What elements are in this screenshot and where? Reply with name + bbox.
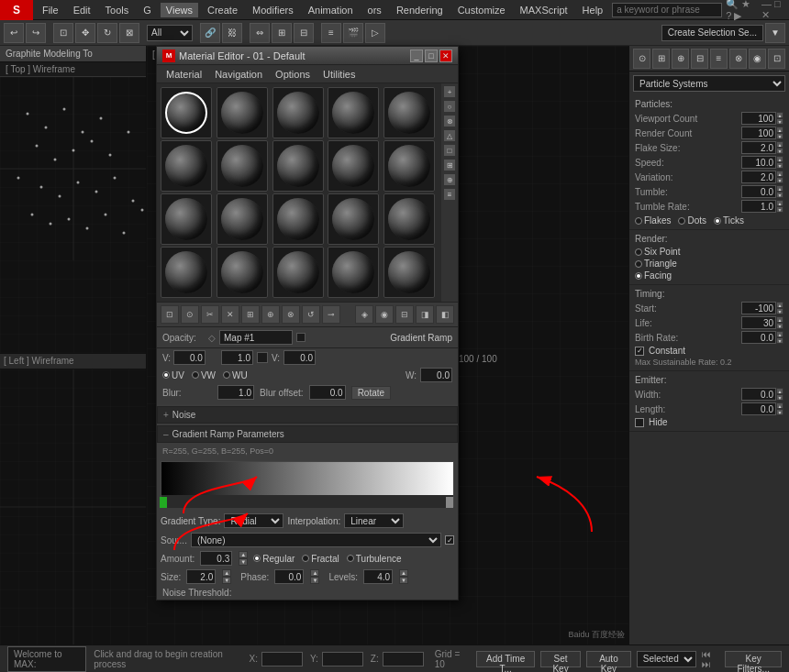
toolbar-redo[interactable]: ↪ [26,23,46,43]
render-count-up[interactable]: ▲ [776,127,783,133]
menu-rendering[interactable]: Rendering [391,3,449,17]
levels-input[interactable] [363,569,393,584]
mat-ball-7[interactable] [217,140,268,192]
v-input-1[interactable] [173,350,206,365]
life-up[interactable]: ▲ [776,316,783,323]
flake-size-input[interactable] [741,141,776,154]
levels-down[interactable]: ▼ [399,577,408,584]
right-tb-8[interactable]: ⊡ [768,49,785,69]
toolbar-mirror[interactable]: ⇔ [250,23,270,43]
right-tb-1[interactable]: ⊙ [633,49,650,69]
set-key-button[interactable]: Set Key [540,651,581,667]
toolbar-link[interactable]: 🔗 [200,23,220,43]
mat-tb-btn-6[interactable]: ⊕ [261,305,280,324]
mat-side-btn-5[interactable]: □ [443,144,456,157]
mat-side-btn-6[interactable]: ⊞ [443,159,456,171]
mat-ball-20[interactable] [383,247,435,298]
toolbar-render[interactable]: ▷ [365,23,385,43]
radio-wu[interactable]: WU [223,370,248,380]
menu-tools[interactable]: Tools [100,3,135,17]
right-tb-2[interactable]: ⊞ [652,49,670,69]
radio-flakes[interactable]: Flakes [635,215,671,226]
mat-tb-btn-14[interactable]: ◧ [436,305,454,324]
radio-uv[interactable]: UV [162,370,184,380]
mat-ball-8[interactable] [272,140,324,192]
rotate-button[interactable]: Rotate [351,386,391,400]
mat-ball-4[interactable] [328,87,379,138]
mat-ball-18[interactable] [272,247,324,298]
mat-tb-btn-12[interactable]: ⊟ [395,305,414,324]
mat-tb-btn-5[interactable]: ⊞ [241,305,260,324]
key-filters-button[interactable]: Key Filters... [725,651,782,667]
toolbar-unlink[interactable]: ⛓ [222,23,242,43]
blur-offset-input[interactable] [309,385,346,400]
start-up[interactable]: ▲ [776,302,783,308]
menu-group[interactable]: G [138,3,157,17]
render-count-input[interactable] [741,127,776,139]
mat-tb-btn-4[interactable]: ✕ [221,305,239,324]
mat-ball-3[interactable] [272,87,324,138]
filter-dropdown[interactable]: All [147,25,193,41]
mat-ball-6[interactable] [161,140,212,192]
mat-menu-options[interactable]: Options [270,67,316,82]
life-input[interactable] [741,316,776,329]
radio-ticks[interactable]: Ticks [714,215,744,226]
blur-input[interactable] [217,385,254,400]
right-tb-6[interactable]: ⊗ [729,49,747,69]
radio-triangle[interactable]: Triangle [635,259,677,269]
viewport-count-down[interactable]: ▼ [776,118,783,125]
right-tb-7[interactable]: ◉ [749,49,766,69]
tumble-up[interactable]: ▲ [776,185,783,192]
particle-systems-dropdown[interactable]: Particle Systems [633,75,785,92]
levels-up[interactable]: ▲ [399,569,408,577]
radio-regular[interactable]: Regular [253,554,294,564]
tumble-rate-down[interactable]: ▼ [776,206,783,213]
mat-side-btn-3[interactable]: ⊗ [443,115,456,127]
noise-section-header[interactable]: + Noise [157,406,458,424]
mat-tb-btn-10[interactable]: ◈ [355,305,373,324]
birth-rate-down[interactable]: ▼ [776,337,783,344]
mat-menu-material[interactable]: Material [161,67,207,82]
birth-rate-up[interactable]: ▲ [776,331,783,337]
birth-rate-input[interactable] [741,331,776,344]
mat-tb-btn-7[interactable]: ⊗ [282,305,300,324]
length-input[interactable] [741,402,776,415]
toolbar-select[interactable]: ⊡ [53,23,73,43]
radio-fractal[interactable]: Fractal [302,554,339,564]
mat-ball-11[interactable] [161,193,212,245]
radio-six-point[interactable]: Six Point [635,247,680,257]
mat-side-btn-2[interactable]: ○ [443,100,456,113]
tumble-rate-input[interactable] [741,200,776,213]
toolbar-drop[interactable]: ▼ [765,23,785,43]
variation-down[interactable]: ▼ [776,177,783,183]
mat-tb-btn-2[interactable]: ⊙ [181,305,199,324]
right-tb-3[interactable]: ⊕ [672,49,689,69]
mat-ball-12[interactable] [217,193,268,245]
menu-edit[interactable]: Edit [68,3,96,17]
mat-ball-2[interactable] [217,87,268,138]
auto-key-button[interactable]: Auto Key [586,651,631,667]
mat-tb-btn-3[interactable]: ✂ [201,305,219,324]
gradient-display[interactable] [161,461,454,507]
toolbar-align[interactable]: ⊟ [294,23,314,43]
mat-tb-btn-11[interactable]: ◉ [375,305,394,324]
amount-up[interactable]: ▲ [239,551,248,558]
color-box[interactable] [257,352,268,363]
menu-create[interactable]: Create [202,3,243,17]
toolbar-render-setup[interactable]: 🎬 [343,23,363,43]
gradient-type-select[interactable]: Radial Linear Box [224,513,283,528]
amount-input[interactable] [200,551,232,566]
life-down[interactable]: ▼ [776,323,783,329]
variation-up[interactable]: ▲ [776,171,783,177]
minimize-button[interactable]: _ [410,50,423,62]
y-input[interactable] [322,652,363,666]
start-down[interactable]: ▼ [776,308,783,314]
menu-maxscript[interactable]: MAXScript [515,3,573,17]
phase-up[interactable]: ▲ [310,569,319,577]
toolbar-undo[interactable]: ↩ [4,23,24,43]
mat-side-btn-4[interactable]: △ [443,129,456,142]
mat-ball-10[interactable] [383,140,435,192]
gradient-marker-right[interactable] [446,497,453,508]
gradient-ramp-params-header[interactable]: – Gradient Ramp Parameters [157,425,458,443]
menu-customize[interactable]: Customize [452,3,511,17]
